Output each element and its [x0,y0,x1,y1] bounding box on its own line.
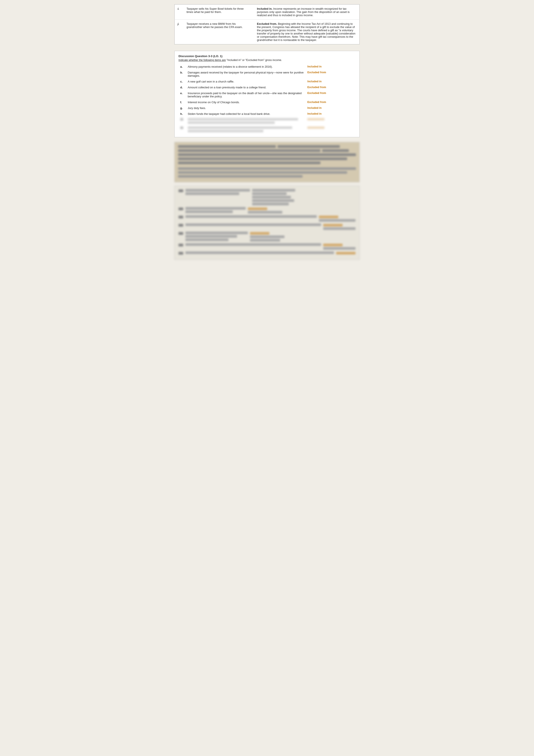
qa-question-b: Damages award received by the taxpayer f… [186,69,306,79]
qa-answer-f: Excluded from [306,99,355,105]
row-letter-j: j. [175,20,184,44]
discussion-subtitle: Indicate whether the following items are… [179,59,355,62]
qa-answer-e: Excluded from [306,90,355,99]
blurred-answers-section [174,186,360,259]
qa-letter-d: d. [179,84,186,90]
answer-label-j: Excluded from. [257,22,277,25]
qa-letter-i-blurred [179,117,186,125]
qa-letter-j-blurred [179,125,186,134]
answer-label-i: Included in. [257,7,272,10]
qa-answer-c: Included in [306,79,355,84]
discussion-section: Discussion Question 3-3 (LO. 1) Indicate… [174,51,360,137]
subtitle-underline: Indicate whether the following items are [179,59,226,62]
qa-letter-g: g. [179,105,186,111]
qa-answer-a: Included in [306,64,355,69]
qa-letter-b: b. [179,69,186,79]
table-row-j: j. Taxpayer receives a new BMW from his … [175,20,360,44]
discussion-qa-table: a. Alimony payments received (relates to… [179,64,355,134]
qa-row-h: h. Stolen funds the taxpayer had collect… [179,111,355,117]
qa-letter-h: h. [179,111,186,117]
qa-letter-c: c. [179,79,186,84]
row-answer-j: Excluded from. Beginning with the Income… [254,20,359,44]
qa-letter-a: a. [179,64,186,69]
qa-row-c: c. A new golf cart won in a church raffl… [179,79,355,84]
qa-row-a: a. Alimony payments received (relates to… [179,64,355,69]
qa-row-g: g. Jury duty fees. Included in [179,105,355,111]
qa-row-f: f. Interest income on City of Chicago bo… [179,99,355,105]
qa-question-c: A new golf cart won in a church raffle. [186,79,306,84]
row-letter-i: i. [175,5,184,20]
discussion-title: Discussion Question 3-3 (LO. 1) [179,55,355,58]
qa-answer-d: Excluded from [306,84,355,90]
qa-answer-h: Included in [306,111,355,117]
qa-answer-g: Included in [306,105,355,111]
qa-question-i-blurred [186,117,306,125]
qa-question-j-blurred [186,125,306,134]
qa-question-g: Jury duty fees. [186,105,306,111]
qa-row-b: b. Damages award received by the taxpaye… [179,69,355,79]
qa-answer-i-blurred [306,117,355,125]
qa-answer-j-blurred [306,125,355,134]
qa-letter-e: e. [179,90,186,99]
top-answers-table: i. Taxpayer sells his Super Bowl tickets… [174,4,360,44]
table-row-i: i. Taxpayer sells his Super Bowl tickets… [175,5,360,20]
qa-question-a: Alimony payments received (relates to a … [186,64,306,69]
qa-question-h: Stolen funds the taxpayer had collected … [186,111,306,117]
qa-row-i-blurred [179,117,355,125]
qa-question-f: Interest income on City of Chicago bonds… [186,99,306,105]
subtitle-rest: "Included in" or "Excluded from" gross i… [226,59,282,62]
row-answer-i: Included in. Income represents an increa… [254,5,359,20]
qa-question-e: Insurance proceeds paid to the taxpayer … [186,90,306,99]
row-question-j: Taxpayer receives a new BMW from his gra… [184,20,254,44]
qa-row-e: e. Insurance proceeds paid to the taxpay… [179,90,355,99]
qa-row-d: d. Amount collected on a loan previously… [179,84,355,90]
qa-row-j-blurred [179,125,355,134]
qa-answer-b: Excluded from [306,69,355,79]
row-question-i: Taxpayer sells his Super Bowl tickets fo… [184,5,254,20]
qa-letter-f: f. [179,99,186,105]
blurred-header-section [174,142,360,182]
qa-question-d: Amount collected on a loan previously ma… [186,84,306,90]
